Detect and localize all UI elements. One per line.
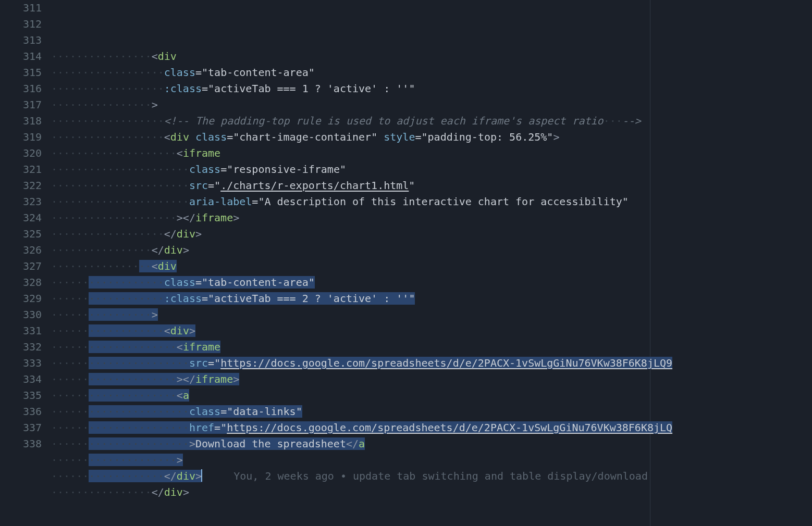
code-line[interactable]: ··················<!-- The padding-top r…	[51, 113, 812, 129]
line-number: 330	[0, 307, 42, 323]
line-number: 313	[0, 32, 42, 48]
line-number: 323	[0, 194, 42, 210]
code-line[interactable]: ··················:class="activeTab === …	[51, 291, 812, 307]
line-number: 331	[0, 323, 42, 339]
code-line[interactable]: ··················class="tab-content-are…	[51, 274, 812, 291]
line-number: 316	[0, 81, 42, 97]
code-line[interactable]: ··················class="tab-content-are…	[51, 65, 812, 81]
line-number: 311	[0, 0, 42, 16]
code-line[interactable]: ····················></iframe>	[51, 210, 812, 226]
line-number: 333	[0, 355, 42, 371]
line-number: 315	[0, 65, 42, 81]
line-number: 336	[0, 404, 42, 420]
line-number: 328	[0, 274, 42, 291]
code-line[interactable]: ······················src="./charts/r-ex…	[51, 178, 812, 194]
line-number: 327	[0, 258, 42, 274]
code-line[interactable]: ··················</div> You, 2 weeks ag…	[51, 468, 812, 484]
line-number: 320	[0, 145, 42, 161]
code-line[interactable]: ················<div	[51, 48, 812, 65]
code-editor[interactable]: 3113123133143153163173183193203213223233…	[0, 0, 812, 526]
line-number-gutter: 3113123133143153163173183193203213223233…	[0, 0, 51, 526]
line-number: 329	[0, 291, 42, 307]
line-number: 314	[0, 48, 42, 65]
line-number: 319	[0, 129, 42, 145]
line-number: 322	[0, 178, 42, 194]
code-line[interactable]: ················>	[51, 307, 812, 323]
code-line[interactable]: ················<div	[51, 258, 812, 274]
line-number: 317	[0, 97, 42, 113]
line-number: 326	[0, 242, 42, 258]
code-line[interactable]: ······················aria-label="A desc…	[51, 194, 812, 210]
line-number: 324	[0, 210, 42, 226]
code-line[interactable]: ··················:class="activeTab === …	[51, 81, 812, 97]
code-line[interactable]: ····················<a	[51, 387, 812, 404]
code-line[interactable]: ················</div>	[51, 484, 812, 500]
git-blame-lens: You, 2 weeks ago • update tab switching …	[202, 470, 648, 482]
code-line[interactable]: ··················<div class="chart-imag…	[51, 129, 812, 145]
code-line[interactable]: ··················</div>	[51, 226, 812, 242]
line-number: 318	[0, 113, 42, 129]
line-number: 335	[0, 387, 42, 404]
line-number: 334	[0, 371, 42, 387]
line-number: 321	[0, 161, 42, 178]
line-number: 325	[0, 226, 42, 242]
code-line[interactable]: ··················<div>	[51, 323, 812, 339]
line-number: 338	[0, 436, 42, 452]
code-line[interactable]: ······················src="https://docs.…	[51, 355, 812, 371]
code-area[interactable]: ················<div··················cl…	[51, 0, 812, 526]
code-line[interactable]: ······················href="https://docs…	[51, 420, 812, 436]
line-number: 337	[0, 420, 42, 436]
code-line[interactable]: ····················>	[51, 452, 812, 468]
code-line[interactable]: ················>	[51, 97, 812, 113]
code-line[interactable]: ····················></iframe>	[51, 371, 812, 387]
code-line[interactable]: ················</div>	[51, 242, 812, 258]
line-number: 312	[0, 16, 42, 32]
code-line[interactable]: ······················class="data-links"	[51, 404, 812, 420]
line-number: 332	[0, 339, 42, 355]
code-line[interactable]: ····················<iframe	[51, 145, 812, 161]
code-line[interactable]: ····················<iframe	[51, 339, 812, 355]
code-line[interactable]: ······················class="responsive-…	[51, 161, 812, 178]
code-line[interactable]: ······················>Download the spre…	[51, 436, 812, 452]
